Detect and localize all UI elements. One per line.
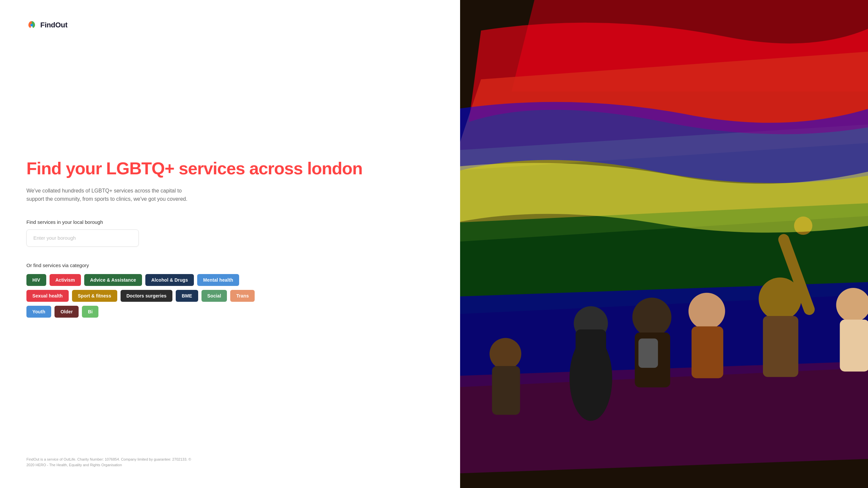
right-panel — [460, 0, 868, 488]
search-input-wrapper — [26, 229, 139, 247]
hero-subtitle: We've collated hundreds of LGBTQ+ servic… — [26, 187, 192, 203]
search-section: Find services in your local borough — [26, 219, 434, 247]
search-label: Find services in your local borough — [26, 219, 434, 225]
logo-area: FindOut — [26, 20, 434, 30]
tag-alcohol-drugs[interactable]: Alcohol & Drugs — [145, 274, 194, 286]
svg-point-23 — [490, 338, 521, 370]
main-content: Find your LGBTQ+ services across london … — [26, 30, 434, 457]
tags-row-3: Youth Older Bi — [26, 306, 434, 318]
borough-search-input[interactable] — [33, 235, 132, 241]
tags-row-1: HIV Activism Advice & Assistance Alcohol… — [26, 274, 434, 286]
tag-sexual-health[interactable]: Sexual health — [26, 290, 69, 302]
tag-sport-fitness[interactable]: Sport & fitness — [72, 290, 117, 302]
tag-social[interactable]: Social — [202, 290, 227, 302]
svg-rect-14 — [639, 338, 658, 368]
tag-bme[interactable]: BME — [176, 290, 198, 302]
findout-logo-icon — [26, 20, 37, 30]
svg-rect-24 — [492, 366, 520, 415]
pride-background-image — [460, 0, 868, 488]
tag-youth[interactable]: Youth — [26, 306, 51, 318]
svg-rect-22 — [840, 320, 868, 371]
tag-mental-health[interactable]: Mental health — [197, 274, 239, 286]
tag-activism[interactable]: Activism — [50, 274, 81, 286]
category-section: Or find services via category HIV Activi… — [26, 262, 434, 322]
tag-older[interactable]: Older — [55, 306, 79, 318]
tag-advice-assistance[interactable]: Advice & Assistance — [84, 274, 142, 286]
svg-point-12 — [632, 298, 671, 337]
tags-row-2: Sexual health Sport & fitness Doctors su… — [26, 290, 434, 302]
svg-point-0 — [30, 24, 33, 26]
tag-trans[interactable]: Trans — [230, 290, 255, 302]
svg-rect-11 — [576, 329, 606, 379]
hero-title: Find your LGBTQ+ services across london — [26, 159, 434, 178]
svg-rect-16 — [692, 326, 723, 378]
left-panel: FindOut Find your LGBTQ+ services across… — [0, 0, 460, 488]
footer-text: FindOut is a service of OutLife. Charity… — [26, 457, 192, 468]
tag-hiv[interactable]: HIV — [26, 274, 46, 286]
logo-text: FindOut — [40, 21, 67, 29]
category-label: Or find services via category — [26, 262, 434, 268]
svg-point-15 — [688, 293, 725, 329]
pride-scene-svg — [460, 0, 868, 488]
tag-bi[interactable]: Bi — [82, 306, 98, 318]
svg-rect-18 — [763, 316, 798, 377]
tag-doctors-surgeries[interactable]: Doctors surgeries — [121, 290, 173, 302]
